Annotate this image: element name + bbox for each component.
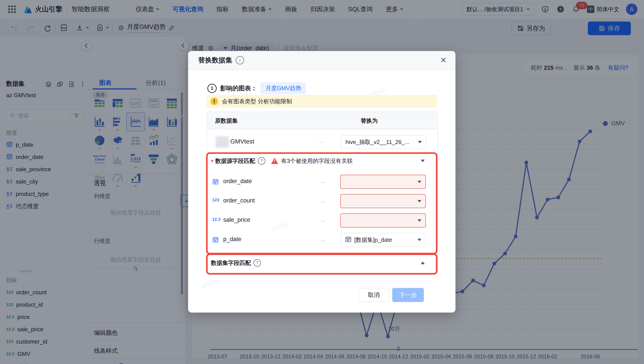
source-field-name: sale_price	[223, 217, 250, 223]
calendar-field-icon	[345, 236, 352, 244]
warning-triangle-icon	[271, 158, 278, 164]
field-row-order_count: 123order_count→	[211, 194, 433, 208]
calendar-field-icon	[212, 178, 219, 186]
field-row-p_date: p_date→[数据集]p_date	[211, 233, 433, 247]
field-row-order_date: order_date→	[211, 175, 433, 189]
select-caret-icon	[418, 239, 422, 241]
decimal-field-icon: 12.3	[212, 217, 220, 222]
replace-dataset-modal: admin admin admin 替换数据集 i ✕ 1 影响的图表： 月度G…	[188, 51, 456, 313]
app-root: 火山引擎 智能数据洞察 仪表盘可视化查询指标数据准备画板归因决策SQL查询更多 …	[0, 0, 644, 364]
field-match-title: 数据源字段匹配	[215, 157, 255, 165]
close-icon[interactable]: ✕	[440, 56, 447, 65]
warning-icon: !	[210, 98, 218, 105]
arrow-right-icon: →	[317, 137, 324, 145]
expand-caret-icon[interactable]	[421, 262, 425, 264]
source-dataset-name: GMVtest	[230, 138, 254, 145]
source-field-name: order_count	[223, 197, 255, 204]
target-field-select-order_count[interactable]	[340, 194, 426, 208]
arrow-right-icon: →	[319, 197, 326, 205]
int-field-icon: 123	[212, 198, 219, 203]
arrow-right-icon: →	[319, 177, 326, 186]
target-field-select-sale_price[interactable]	[340, 214, 426, 228]
arrow-right-icon: →	[319, 235, 326, 244]
field-row-sale_price: 12.3sale_price→	[211, 214, 433, 228]
warning-banner: ! 会有图表类型 分析功能限制	[206, 95, 437, 108]
required-star: *	[211, 158, 214, 165]
target-dataset-select[interactable]: hive_抽取_v2__11_26_...	[341, 135, 426, 149]
source-field-name: p_date	[223, 236, 242, 243]
info-icon[interactable]: i	[236, 56, 244, 64]
cancel-button[interactable]: 取消	[358, 288, 390, 302]
next-step-button[interactable]: 下一步	[392, 288, 424, 302]
column-header-source: 原数据集	[215, 117, 238, 125]
source-field-name: order_date	[223, 178, 252, 185]
dataset-field-match-header[interactable]: 数据集字段匹配 ?	[211, 257, 433, 269]
calendar-field-icon	[212, 236, 219, 244]
redacted-prefix	[216, 136, 229, 148]
select-caret-icon	[418, 141, 422, 143]
target-field-select-p_date[interactable]: [数据集]p_date	[340, 233, 426, 247]
modal-header: 替换数据集 i	[188, 51, 456, 70]
modal-title: 替换数据集	[198, 56, 232, 65]
dataset-mapping-panel: 原数据集 替换为 GMVtest → hive_抽取_v2__11_26_...	[206, 112, 438, 275]
step-label: 影响的图表：	[220, 84, 257, 93]
affected-chart-tag: 月度GMV趋势	[260, 82, 306, 94]
dataset-row: GMVtest → hive_抽取_v2__11_26_...	[207, 129, 436, 156]
target-field-value: [数据集]p_date	[354, 236, 392, 244]
help-icon[interactable]: ?	[254, 259, 261, 267]
step-number: 1	[208, 84, 217, 93]
arrow-right-icon: →	[319, 216, 326, 224]
select-caret-icon	[418, 181, 422, 183]
target-field-select-order_date[interactable]	[340, 175, 426, 189]
dataset-field-match-title: 数据集字段匹配	[211, 259, 251, 267]
select-caret-icon	[418, 219, 422, 222]
watermark: admin	[200, 277, 220, 290]
select-caret-icon	[418, 200, 422, 203]
field-match-header[interactable]: * 数据源字段匹配 ? 有3个被使用的字段没有关联	[211, 155, 433, 167]
help-icon[interactable]: ?	[258, 157, 265, 165]
field-match-warning: 有3个被使用的字段没有关联	[281, 157, 353, 165]
collapse-caret-icon[interactable]	[421, 159, 425, 162]
column-header-target: 替换为	[361, 117, 378, 125]
